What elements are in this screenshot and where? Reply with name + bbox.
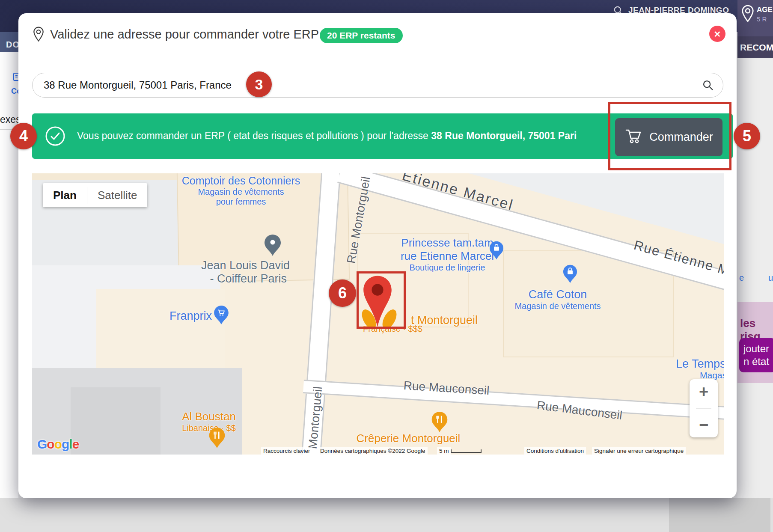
map-zoom-control: + − [690,379,718,437]
poi-comptoir-sub1: Magasin de vêtements [177,187,305,197]
divider [696,408,711,409]
close-button[interactable]: ✕ [709,26,725,42]
poi-cafe-coton-line2: Magasin de vêtements [494,301,622,311]
address-search-wrap [32,73,723,98]
banner-message-address: 38 Rue Montorgueil, 75001 Pari [431,130,577,141]
cart-icon [624,127,643,147]
poi-al-boustan-line1: Al Boustan [166,410,252,423]
google-letter: G [37,437,47,451]
poi-pin-cafe-coton-bag[interactable] [563,265,577,285]
recommendations-header: RECOM [737,36,773,58]
annotation-step-5: 5 [734,123,760,149]
poi-cafe-coton-line1: Café Coton [494,288,622,301]
poi-le-temps[interactable]: Le Temps [676,357,724,371]
poi-pin-creperie-restaurant[interactable] [431,411,448,434]
banner-message: Vous pouvez commander un ERP ( etat des … [77,130,610,142]
map-type-satellite-button[interactable]: Satellite [87,183,148,207]
map-scale-bar [451,449,482,453]
map-type-control: Plan Satellite [43,183,147,207]
poi-pin-franprix-cart[interactable] [214,305,229,327]
search-icon[interactable] [702,79,714,93]
location-pin-icon [740,4,756,26]
poi-pin-hairdresser[interactable] [264,234,281,258]
commander-button[interactable]: Commander [615,118,722,156]
zoom-in-button[interactable]: + [699,383,708,400]
poi-jean-louis-david[interactable]: Jean Louis David - Coiffeur Paris [201,259,287,285]
agency-name: AGE [757,6,773,14]
add-state-line1: jouter [743,342,773,355]
check-circle-icon [45,126,65,148]
location-pin-icon [31,26,46,45]
annotation-step-3: 3 [246,71,272,97]
google-letter: e [72,437,79,451]
poi-comptoir-sub2: pour femmes [177,197,305,207]
poi-creperie[interactable]: Crêperie Montorgueil [344,432,473,445]
page: DO JEAN-PIERRE DOMINGO AGE 5 R RECOM e u… [0,0,773,532]
address-search-input[interactable] [32,73,723,98]
poi-jld-line1: Jean Louis David [201,259,287,272]
google-letter: g [62,437,69,451]
google-letter: o [54,437,62,451]
annotation-box-pin [357,271,406,329]
page-background-bottom-right [669,498,770,532]
nav-item-fragment[interactable]: DO [6,40,20,50]
google-letter: o [47,437,54,451]
google-map[interactable]: Etienne Marcel Rue Étienne M Rue Montorg… [32,173,724,455]
poi-franprix[interactable]: Franprix [152,309,212,323]
modal-title: Validez une adresse pour commander votre… [50,27,319,42]
annotation-step-6: 6 [329,279,356,307]
poi-pin-al-boustan-restaurant[interactable] [208,427,226,450]
commander-label: Commander [649,131,713,144]
map-type-plan-button[interactable]: Plan [43,183,87,207]
map-block [96,289,225,372]
report-error-link[interactable]: Signaler une erreur cartographique [592,447,686,455]
banner-message-normal: Vous pouvez commander un ERP ( etat des … [77,130,431,141]
terms-link[interactable]: Conditions d'utilisation [524,447,586,455]
annotation-step-4: 4 [10,123,37,149]
background-link-e[interactable]: e [739,273,744,283]
zoom-out-button[interactable]: − [699,417,708,433]
google-logo[interactable]: Google [37,437,79,452]
google-letter: l [69,437,72,451]
poi-pin-princesse-bag[interactable] [489,241,504,262]
poi-comptoir-name: Comptoir des Cotonniers [177,175,305,187]
erp-remaining-badge: 20 ERP restants [320,28,403,43]
map-data-attribution: Données cartographiques ©2022 Google [318,447,428,455]
map-scale-label: 5 m [437,447,451,455]
order-erp-modal: Validez une adresse pour commander votre… [18,13,737,498]
background-link-u[interactable]: u [768,273,773,283]
map-building [71,387,161,455]
poi-cafe-coton[interactable]: Café Coton Magasin de vêtements [494,288,622,311]
agency-subtitle: 5 R [757,15,767,23]
street-rue-mauconseil [303,380,724,420]
add-state-line2: n état [743,355,773,368]
page-background-bottom [0,498,773,532]
poi-jld-line2: - Coiffeur Paris [201,272,287,285]
poi-comptoir[interactable]: Comptoir des Cotonniers Magasin de vêtem… [177,175,305,207]
add-state-button[interactable]: jouter n état [739,338,773,372]
keyboard-shortcuts-link[interactable]: Raccourcis clavier [261,447,312,455]
